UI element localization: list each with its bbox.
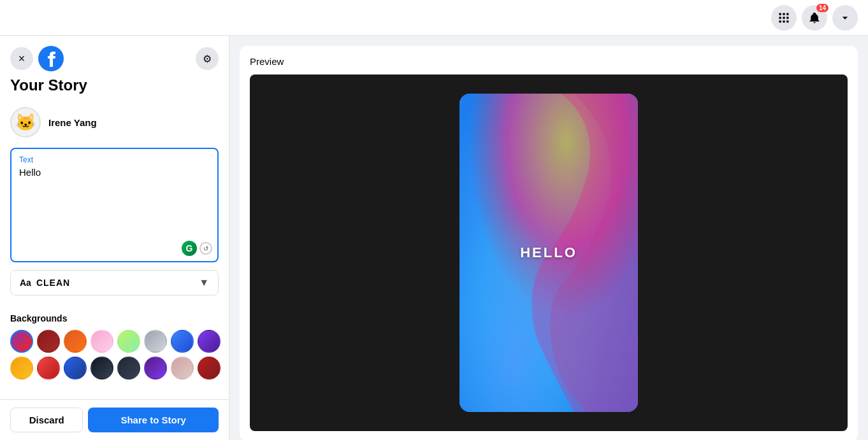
svg-rect-5 — [786, 17, 788, 18]
font-selector-left: Aa CLEAN — [20, 278, 70, 288]
preview-card: Preview — [240, 46, 858, 440]
page-title: Your Story — [0, 76, 229, 102]
user-name: Irene Yang — [48, 117, 97, 128]
svg-rect-0 — [779, 13, 781, 15]
backgrounds-section: Backgrounds — [10, 306, 219, 387]
background-swatch[interactable] — [10, 330, 33, 353]
sidebar-close-area: × — [10, 46, 64, 71]
discard-button[interactable]: Discard — [10, 408, 83, 432]
svg-rect-7 — [783, 20, 785, 22]
settings-button[interactable]: ⚙ — [196, 47, 219, 70]
story-display-text: HELLO — [520, 245, 577, 261]
svg-rect-2 — [786, 13, 788, 15]
font-aa-label: Aa — [20, 278, 31, 288]
grammarly-g-icon: G — [182, 241, 197, 256]
notification-icon — [808, 11, 821, 24]
grid-menu-button[interactable] — [771, 5, 797, 31]
grammarly-circle-icon: ↺ — [199, 242, 212, 255]
facebook-logo — [38, 46, 64, 71]
close-button[interactable]: × — [10, 47, 33, 70]
background-swatch[interactable] — [117, 357, 140, 380]
svg-rect-3 — [779, 17, 781, 18]
nav-icons: 14 — [771, 5, 858, 31]
background-swatch[interactable] — [90, 330, 113, 353]
font-selector[interactable]: Aa CLEAN ▼ — [10, 270, 219, 295]
preview-area: Preview — [229, 36, 868, 440]
svg-rect-6 — [779, 20, 781, 22]
background-swatch[interactable] — [37, 330, 60, 353]
grammarly-icon[interactable]: G ↺ — [182, 241, 212, 256]
backgrounds-label: Backgrounds — [10, 313, 219, 323]
preview-canvas: HELLO — [250, 75, 848, 431]
background-swatch[interactable] — [144, 330, 167, 353]
sidebar-footer: Discard Share to Story — [0, 399, 229, 440]
main-layout: × ⚙ Your Story 🐱 Irene Yang Text Hello G — [0, 36, 868, 440]
chevron-down-icon — [839, 11, 851, 24]
background-swatch[interactable] — [198, 357, 221, 380]
text-input[interactable]: Hello — [19, 167, 210, 243]
background-swatch[interactable] — [64, 330, 87, 353]
background-swatch[interactable] — [171, 357, 194, 380]
text-label: Text — [19, 155, 210, 164]
story-card: HELLO — [459, 94, 638, 412]
svg-rect-4 — [783, 17, 785, 18]
sidebar-header: × ⚙ — [0, 36, 229, 76]
text-input-section: Text Hello G ↺ — [10, 148, 219, 262]
svg-rect-1 — [783, 13, 785, 15]
share-to-story-button[interactable]: Share to Story — [88, 408, 219, 432]
background-swatch[interactable] — [37, 357, 60, 380]
user-row: 🐱 Irene Yang — [0, 102, 229, 148]
sidebar: × ⚙ Your Story 🐱 Irene Yang Text Hello G — [0, 36, 229, 440]
account-button[interactable] — [832, 5, 858, 31]
preview-label: Preview — [250, 56, 848, 67]
background-swatch[interactable] — [90, 357, 113, 380]
chevron-down-icon: ▼ — [199, 277, 209, 288]
background-swatch[interactable] — [144, 357, 167, 380]
grid-icon — [778, 11, 790, 24]
notification-badge: 14 — [816, 4, 828, 12]
background-swatch[interactable] — [198, 330, 221, 353]
background-swatch[interactable] — [10, 357, 33, 380]
font-name-label: CLEAN — [36, 278, 70, 288]
background-grid — [10, 330, 219, 380]
background-swatch[interactable] — [171, 330, 194, 353]
top-nav: 14 — [0, 0, 868, 36]
background-swatch[interactable] — [64, 357, 87, 380]
background-swatch[interactable] — [117, 330, 140, 353]
notification-button[interactable]: 14 — [802, 5, 827, 31]
avatar: 🐱 — [10, 107, 41, 138]
svg-rect-8 — [786, 20, 788, 22]
